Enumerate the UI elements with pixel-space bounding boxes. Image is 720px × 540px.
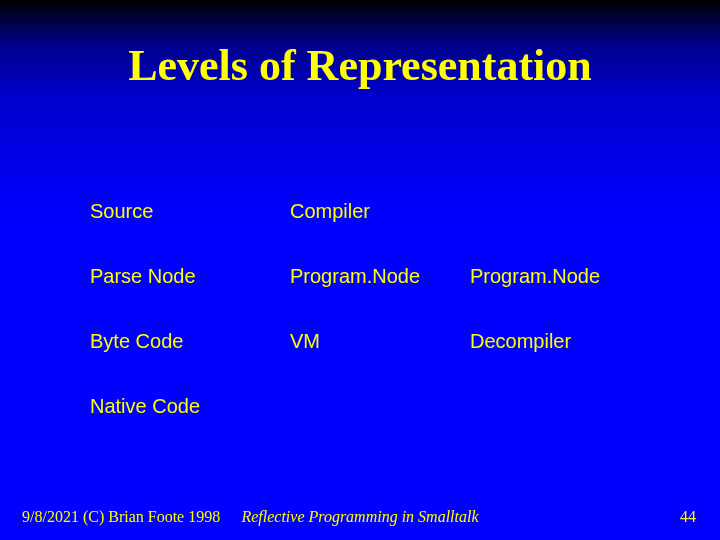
slide-footer: 9/8/2021 (C) Brian Foote 1998 Reflective… (0, 508, 720, 526)
table-row: Parse Node Program.Node Program.Node (90, 265, 660, 288)
cell-processor: Program.Node (290, 265, 470, 288)
cell-extra (470, 200, 650, 223)
table-row: Source Compiler (90, 200, 660, 223)
cell-extra: Program.Node (470, 265, 650, 288)
slide-number: 44 (680, 508, 696, 526)
table-row: Native Code (90, 395, 660, 418)
levels-table: Source Compiler Parse Node Program.Node … (90, 200, 660, 460)
footer-date-copyright: 9/8/2021 (C) Brian Foote 1998 (22, 508, 220, 526)
cell-extra (470, 395, 650, 418)
cell-level: Byte Code (90, 330, 290, 353)
slide-title: Levels of Representation (0, 40, 720, 91)
cell-processor: Compiler (290, 200, 470, 223)
cell-level: Native Code (90, 395, 290, 418)
cell-level: Parse Node (90, 265, 290, 288)
cell-processor (290, 395, 470, 418)
table-row: Byte Code VM Decompiler (90, 330, 660, 353)
slide: Levels of Representation Source Compiler… (0, 0, 720, 540)
cell-level: Source (90, 200, 290, 223)
cell-processor: VM (290, 330, 470, 353)
cell-extra: Decompiler (470, 330, 650, 353)
